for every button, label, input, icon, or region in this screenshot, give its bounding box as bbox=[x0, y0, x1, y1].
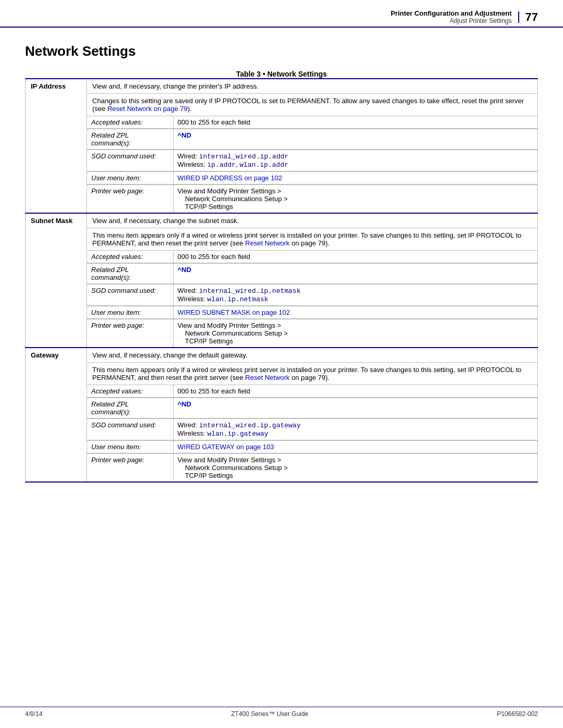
ip-address-accepted-row: Accepted values:000 to 255 for each fiel… bbox=[26, 116, 538, 129]
zpl-label-2: Related ZPL command(s): bbox=[87, 264, 173, 284]
subnet-accepted-row: Accepted values:000 to 255 for each fiel… bbox=[26, 251, 538, 263]
wired-gateway-link[interactable]: WIRED GATEWAY on page 103 bbox=[178, 443, 274, 451]
subnet-menu-row: User menu item:WIRED SUBNET MASK on page… bbox=[26, 306, 538, 319]
sgd-label-1: SGD command used: bbox=[87, 150, 173, 171]
ip-address-accepted: Accepted values:000 to 255 for each fiel… bbox=[87, 116, 538, 129]
accepted-value-3: 000 to 255 for each field bbox=[173, 385, 537, 397]
zpl-value-2: ^ND bbox=[173, 264, 537, 284]
sgd-wireless-1: ip.addr bbox=[207, 161, 236, 169]
wired-ip-address-link[interactable]: WIRED IP ADDRESS on page 102 bbox=[178, 174, 283, 182]
ip-address-menu-row: User menu item:WIRED IP ADDRESS on page … bbox=[26, 171, 538, 184]
zpl-label-3: Related ZPL command(s): bbox=[87, 398, 173, 418]
gateway-accepted: Accepted values:000 to 255 for each fiel… bbox=[87, 385, 538, 398]
page-number: 77 bbox=[518, 11, 538, 23]
subnet-mask-desc2: This menu item appears only if a wired o… bbox=[87, 228, 538, 251]
page-header: Printer Configuration and Adjustment Adj… bbox=[0, 0, 563, 28]
gateway-label: Gateway bbox=[26, 348, 87, 482]
subnet-web: Printer web page:View and Modify Printer… bbox=[87, 319, 538, 348]
subnet-accepted: Accepted values:000 to 255 for each fiel… bbox=[87, 251, 538, 263]
gateway-desc2-row: This menu item appears only if a wired o… bbox=[26, 363, 538, 385]
zpl-label-1: Related ZPL command(s): bbox=[87, 129, 173, 150]
accepted-label-2: Accepted values: bbox=[87, 251, 173, 263]
gateway-menu: User menu item:WIRED GATEWAY on page 103 bbox=[87, 440, 538, 453]
subnet-zpl: Related ZPL command(s):^ND bbox=[87, 263, 538, 284]
subnet-mask-desc1: View and, if necessary, change the subne… bbox=[87, 213, 538, 228]
gateway-desc2: This menu item appears only if a wired o… bbox=[87, 363, 538, 385]
menu-value-1: WIRED IP ADDRESS on page 102 bbox=[173, 172, 537, 184]
ip-address-label: IP Address bbox=[26, 79, 87, 213]
subnet-mask-label: Subnet Mask bbox=[26, 213, 87, 348]
ip-address-desc2: Changes to this setting are saved only i… bbox=[87, 94, 538, 116]
sgd-wireless-3: wlan.ip.gateway bbox=[207, 430, 268, 438]
ip-address-sgd-row: SGD command used:Wired: internal_wired.i… bbox=[26, 150, 538, 171]
sgd-label-2: SGD command used: bbox=[87, 285, 173, 306]
sgd-wireless-1b: wlan.ip.addr bbox=[239, 161, 288, 169]
header-title: Printer Configuration and Adjustment bbox=[390, 9, 511, 17]
subnet-mask-header-row: Subnet Mask View and, if necessary, chan… bbox=[26, 213, 538, 228]
subnet-menu: User menu item:WIRED SUBNET MASK on page… bbox=[87, 306, 538, 319]
sgd-wireless-2: wlan.ip.netmask bbox=[207, 295, 268, 303]
table-caption: Table 3 • Network Settings bbox=[25, 70, 538, 78]
subnet-web-row: Printer web page:View and Modify Printer… bbox=[26, 319, 538, 348]
footer-product: ZT400 Series™ User Guide bbox=[231, 710, 308, 718]
ip-address-web-row: Printer web page:View and Modify Printer… bbox=[26, 184, 538, 214]
gateway-desc1: View and, if necessary, change the defau… bbox=[87, 348, 538, 363]
gateway-sgd: SGD command used:Wired: internal_wired.i… bbox=[87, 418, 538, 440]
accepted-value-1: 000 to 255 for each field bbox=[173, 116, 537, 128]
wired-subnet-mask-link[interactable]: WIRED SUBNET MASK on page 102 bbox=[178, 309, 290, 316]
header-subtitle: Adjust Printer Settings bbox=[390, 17, 511, 24]
accepted-value-2: 000 to 255 for each field bbox=[173, 251, 537, 263]
subnet-mask-desc2-row: This menu item appears only if a wired o… bbox=[26, 228, 538, 251]
gateway-sgd-row: SGD command used:Wired: internal_wired.i… bbox=[26, 418, 538, 440]
gateway-menu-row: User menu item:WIRED GATEWAY on page 103 bbox=[26, 440, 538, 453]
web-value-3: View and Modify Printer Settings > Netwo… bbox=[173, 454, 537, 482]
subnet-zpl-row: Related ZPL command(s):^ND bbox=[26, 263, 538, 284]
page-container: Printer Configuration and Adjustment Adj… bbox=[0, 0, 563, 728]
sgd-value-1: Wired: internal_wired.ip.addrWireless: i… bbox=[173, 150, 537, 171]
sgd-wired-3: internal_wired.ip.gateway bbox=[199, 422, 301, 429]
gateway-web: Printer web page:View and Modify Printer… bbox=[87, 453, 538, 483]
menu-label-1: User menu item: bbox=[87, 172, 173, 184]
accepted-label-3: Accepted values: bbox=[87, 385, 173, 397]
gateway-zpl: Related ZPL command(s):^ND bbox=[87, 398, 538, 418]
subnet-sgd-row: SGD command used:Wired: internal_wired.i… bbox=[26, 284, 538, 306]
gateway-web-row: Printer web page:View and Modify Printer… bbox=[26, 453, 538, 483]
web-value-2: View and Modify Printer Settings > Netwo… bbox=[173, 319, 537, 348]
page-footer: 4/8/14 ZT400 Series™ User Guide P1066582… bbox=[0, 707, 563, 718]
gateway-accepted-row: Accepted values:000 to 255 for each fiel… bbox=[26, 385, 538, 398]
ip-address-web: Printer web page:View and Modify Printer… bbox=[87, 184, 538, 214]
menu-value-3: WIRED GATEWAY on page 103 bbox=[173, 441, 537, 453]
sgd-value-2: Wired: internal_wired.ip.netmaskWireless… bbox=[173, 285, 537, 306]
web-label-1: Printer web page: bbox=[87, 185, 173, 213]
page-title: Network Settings bbox=[25, 43, 538, 59]
gateway-header-row: Gateway View and, if necessary, change t… bbox=[26, 348, 538, 363]
menu-value-2: WIRED SUBNET MASK on page 102 bbox=[173, 306, 537, 319]
zpl-value-1: ^ND bbox=[173, 129, 537, 150]
web-label-2: Printer web page: bbox=[87, 319, 173, 348]
ip-address-menu: User menu item:WIRED IP ADDRESS on page … bbox=[87, 171, 538, 184]
zpl-value-3: ^ND bbox=[173, 398, 537, 418]
ip-address-zpl-row: Related ZPL command(s):^ND bbox=[26, 129, 538, 150]
gateway-zpl-row: Related ZPL command(s):^ND bbox=[26, 398, 538, 418]
reset-network-link-1[interactable]: Reset Network on page 79 bbox=[107, 105, 188, 113]
sgd-wired-1: internal_wired.ip.addr bbox=[199, 153, 289, 161]
ip-address-desc2-row: Changes to this setting are saved only i… bbox=[26, 94, 538, 116]
reset-network-link-3[interactable]: Reset Network bbox=[245, 374, 289, 381]
reset-network-link-2[interactable]: Reset Network bbox=[245, 239, 289, 247]
web-label-3: Printer web page: bbox=[87, 454, 173, 482]
sgd-wired-2: internal_wired.ip.netmask bbox=[199, 287, 301, 295]
web-value-1: View and Modify Printer Settings > Netwo… bbox=[173, 185, 537, 213]
menu-label-3: User menu item: bbox=[87, 441, 173, 453]
ip-address-header-row: IP Address View and, if necessary, chang… bbox=[26, 79, 538, 94]
ip-address-sgd: SGD command used:Wired: internal_wired.i… bbox=[87, 150, 538, 171]
subnet-sgd: SGD command used:Wired: internal_wired.i… bbox=[87, 284, 538, 306]
footer-part-number: P1066582-002 bbox=[497, 710, 538, 718]
ip-address-zpl: Related ZPL command(s):^ND bbox=[87, 129, 538, 150]
sgd-value-3: Wired: internal_wired.ip.gatewayWireless… bbox=[173, 419, 537, 440]
sgd-label-3: SGD command used: bbox=[87, 419, 173, 440]
ip-address-desc1: View and, if necessary, change the print… bbox=[87, 79, 538, 94]
menu-label-2: User menu item: bbox=[87, 306, 173, 319]
accepted-label-1: Accepted values: bbox=[87, 116, 173, 128]
settings-table: IP Address View and, if necessary, chang… bbox=[25, 78, 538, 483]
page-content: Network Settings Table 3 • Network Setti… bbox=[0, 28, 563, 514]
